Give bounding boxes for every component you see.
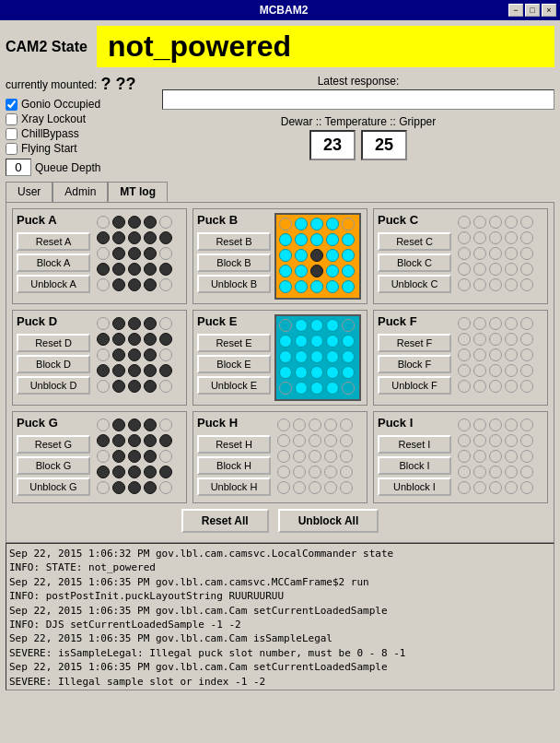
sample-dot-E-23 [326,382,339,395]
checkbox-label-xray: Xray Lockout [21,112,86,125]
block-button-A[interactable]: Block A [17,254,90,272]
unblock-button-E[interactable]: Unblock E [197,376,271,395]
sample-dot-G-18 [144,466,157,478]
sample-dot-B-3 [326,218,339,230]
block-button-F[interactable]: Block F [378,355,451,373]
puck-title-H: Puck H [197,416,271,430]
unblock-button-F[interactable]: Unblock F [378,376,451,395]
reset-all-button[interactable]: Reset All [181,509,269,533]
sample-dot-D-6 [112,333,125,346]
sample-dot-A-21 [112,278,125,291]
sample-dot-C-12 [489,247,502,260]
block-button-C[interactable]: Block C [378,254,451,272]
block-button-E[interactable]: Block E [197,355,271,373]
sample-dot-B-19 [342,265,355,277]
puck-section-H: Puck HReset HBlock HUnblock H [192,411,368,503]
reset-button-A[interactable]: Reset A [17,232,90,251]
tab-mtlog[interactable]: MT log [108,182,168,202]
reset-button-C[interactable]: Reset C [378,232,451,251]
sample-dot-C-14 [520,247,533,260]
reset-button-I[interactable]: Reset I [378,435,451,454]
sample-dot-H-23 [324,481,337,494]
sample-dot-H-12 [309,450,321,463]
sample-dot-B-14 [342,249,355,262]
sample-dot-I-6 [473,434,486,447]
sample-dot-D-22 [128,380,141,393]
sample-grid-wrapper-C [455,213,538,296]
block-button-H[interactable]: Block H [197,456,271,475]
sample-dot-D-8 [144,333,157,346]
tab-content: Puck AReset ABlock AUnblock APuck BReset… [6,202,554,543]
unblock-button-B[interactable]: Unblock B [197,275,271,293]
sample-dot-C-22 [489,278,502,291]
sample-dot-F-23 [505,380,518,393]
sample-dot-D-9 [159,333,172,346]
sample-dot-I-15 [458,466,471,478]
sample-dot-C-11 [473,247,486,260]
unblock-button-D[interactable]: Unblock D [17,376,90,395]
sample-dot-D-20 [97,380,110,393]
sample-dot-A-9 [159,231,172,244]
sample-dot-C-10 [458,247,471,260]
reset-button-D[interactable]: Reset D [17,334,90,352]
sample-dot-A-16 [112,263,125,276]
unblock-button-C[interactable]: Unblock C [378,275,451,293]
sample-dot-I-8 [505,434,518,447]
block-button-G[interactable]: Block G [17,456,90,475]
sample-grid-wrapper-G [94,416,177,499]
reset-button-F[interactable]: Reset F [378,334,451,352]
block-button-D[interactable]: Block D [17,355,90,373]
unblock-button-G[interactable]: Unblock G [17,478,90,496]
block-button-I[interactable]: Block I [378,456,451,475]
tab-user[interactable]: User [6,182,52,202]
puck-section-C: Puck CReset CBlock CUnblock C [373,208,548,304]
sample-dot-B-17 [310,265,323,277]
sample-dot-A-5 [97,231,110,244]
sample-dot-H-19 [340,466,353,478]
checkbox-xray[interactable] [6,113,18,125]
block-button-B[interactable]: Block B [197,254,271,272]
state-label: CAM2 State [6,39,88,55]
log-area[interactable]: Sep 22, 2015 1:06:32 PM gov.lbl.cam.cams… [6,543,554,690]
unblock-button-H[interactable]: Unblock H [197,478,271,496]
checkbox-flying[interactable] [6,143,18,155]
maximize-button[interactable]: □ [525,4,540,17]
minimize-button[interactable]: − [508,4,523,17]
sample-dot-F-9 [520,333,533,346]
sample-dot-I-24 [520,481,533,494]
sample-dot-E-20 [279,382,292,395]
sample-dot-B-5 [279,233,292,246]
sample-dot-D-21 [112,380,125,393]
unblock-button-A[interactable]: Unblock A [17,275,90,293]
reset-button-G[interactable]: Reset G [17,435,90,454]
tab-admin[interactable]: Admin [52,182,108,202]
sample-dot-B-7 [310,233,323,246]
sample-dot-G-12 [128,450,141,463]
queue-depth-input[interactable] [6,159,31,176]
sample-dot-G-4 [159,419,172,431]
checkbox-gonio[interactable] [6,99,18,111]
sample-dot-I-13 [505,450,518,463]
sample-dot-H-20 [277,481,290,494]
reset-button-H[interactable]: Reset H [197,435,271,454]
sample-dot-I-23 [505,481,518,494]
sample-dot-I-4 [520,419,533,431]
sample-dot-A-20 [97,278,110,291]
puck-title-C: Puck C [378,213,451,227]
reset-button-E[interactable]: Reset E [197,334,271,352]
reset-button-B[interactable]: Reset B [197,232,271,251]
sample-dot-C-2 [489,216,502,229]
sample-dot-F-13 [505,348,518,361]
queue-row: Queue Depth [6,159,153,176]
checkbox-chill[interactable] [6,128,18,140]
sample-dot-B-20 [279,280,292,293]
response-input[interactable] [162,89,554,110]
sample-dot-D-0 [97,317,110,330]
sample-grid-I [458,419,535,496]
sample-dot-B-11 [295,249,308,262]
sample-dot-H-1 [293,419,306,431]
unblock-all-button[interactable]: Unblock All [278,509,379,533]
close-button[interactable]: × [542,4,556,17]
unblock-button-I[interactable]: Unblock I [378,478,451,496]
sample-dot-A-1 [112,216,125,229]
